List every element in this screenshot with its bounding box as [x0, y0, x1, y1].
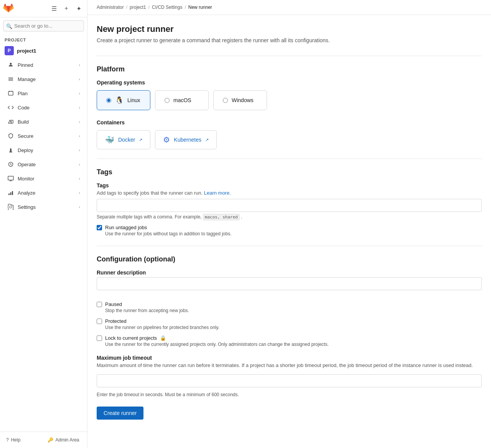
svg-rect-7 — [11, 120, 13, 123]
os-option-macos[interactable]: macOS — [155, 90, 209, 110]
os-option-windows[interactable]: Windows — [213, 90, 267, 110]
breadcrumb-sep-1: / — [126, 5, 127, 10]
new-item-btn[interactable]: + — [61, 3, 72, 14]
chevron-icon-settings: › — [79, 205, 80, 209]
operate-icon — [7, 160, 15, 168]
platform-title: Platform — [97, 65, 482, 73]
protected-desc: Use the runner on pipelines for protecte… — [105, 325, 219, 330]
sidebar-item-secure[interactable]: Secure › — [2, 129, 85, 143]
run-untagged-checkbox[interactable] — [97, 225, 102, 230]
lock-text: Lock to current projects 🔒 Use the runne… — [105, 335, 329, 347]
paused-row: Paused Stop the runner from accepting ne… — [97, 301, 482, 313]
project-item: P project1 — [0, 44, 87, 58]
hint-code: macos, shared — [203, 214, 240, 220]
configuration-section: Configuration (optional) Runner descript… — [97, 255, 482, 420]
settings-icon — [7, 203, 15, 211]
container-kubernetes[interactable]: ⚙ Kubernetes ↗ — [155, 130, 217, 149]
svg-rect-14 — [12, 191, 13, 195]
max-timeout-desc: Maximum amount of time the runner can ru… — [97, 362, 482, 368]
code-icon — [7, 104, 15, 111]
os-label: Operating systems — [97, 79, 482, 86]
paused-desc: Stop the runner from accepting new jobs. — [105, 308, 189, 313]
os-option-macos-label: macOS — [173, 97, 191, 103]
sidebar-item-code[interactable]: Code › — [2, 101, 85, 114]
tags-input[interactable] — [97, 199, 482, 212]
os-option-linux-label: Linux — [127, 97, 140, 103]
svg-rect-1 — [8, 78, 13, 78]
svg-rect-3 — [8, 80, 13, 81]
sidebar-header: ☰ + ✦ — [0, 0, 87, 17]
os-radio-windows[interactable] — [223, 98, 228, 103]
os-radio-linux[interactable] — [106, 98, 111, 103]
runner-desc-label: Runner description — [97, 269, 482, 276]
divider-1 — [97, 56, 482, 56]
help-button[interactable]: ? Help — [3, 435, 43, 445]
paused-checkbox[interactable] — [97, 302, 102, 307]
max-timeout-input[interactable] — [97, 374, 482, 387]
search-input[interactable] — [3, 20, 84, 31]
breadcrumb-current: New runner — [188, 5, 212, 10]
search-icon: 🔍 — [6, 23, 12, 29]
create-runner-button[interactable]: Create runner — [97, 407, 143, 420]
os-radio-macos[interactable] — [165, 98, 170, 103]
divider-2 — [97, 159, 482, 159]
svg-rect-2 — [8, 79, 13, 79]
tags-field-label: Tags — [97, 182, 482, 188]
deploy-icon — [7, 146, 15, 154]
chevron-icon-secure: › — [79, 134, 80, 138]
paused-label[interactable]: Paused — [105, 301, 122, 307]
lock-checkbox[interactable] — [97, 336, 102, 341]
max-timeout-label: Maximum job timeout — [97, 355, 482, 361]
svg-rect-4 — [8, 91, 13, 95]
page-description: Create a project runner to generate a co… — [97, 37, 482, 43]
sidebar-item-label-secure: Secure — [18, 133, 79, 139]
learn-more-link[interactable]: Learn more. — [204, 190, 231, 196]
chevron-icon-monitor: › — [79, 176, 80, 181]
sidebar-item-operate[interactable]: Operate › — [2, 157, 85, 171]
breadcrumb-admin[interactable]: Administrator — [97, 5, 124, 10]
docker-ext-icon: ↗ — [139, 137, 142, 142]
os-option-windows-label: Windows — [232, 97, 254, 103]
svg-rect-12 — [8, 193, 10, 195]
admin-area-button[interactable]: 🔑 Admin Area — [44, 435, 84, 445]
sidebar-item-settings[interactable]: Settings › — [2, 200, 85, 214]
breadcrumb-sep-3: / — [185, 5, 186, 10]
sidebar-bottom: ? Help 🔑 Admin Area — [0, 431, 87, 448]
sidebar-item-label-pinned: Pinned — [18, 62, 79, 68]
docker-icon: 🐳 — [105, 135, 114, 144]
sidebar-item-deploy[interactable]: Deploy › — [2, 143, 85, 157]
protected-checkbox[interactable] — [97, 319, 102, 324]
lock-label[interactable]: Lock to current projects 🔒 — [105, 335, 166, 341]
breadcrumb-project[interactable]: project1 — [130, 5, 146, 10]
tags-section: Tags Tags Add tags to specify jobs that … — [97, 168, 482, 236]
os-option-linux[interactable]: 🐧 Linux — [97, 90, 150, 110]
sidebar-item-plan[interactable]: Plan › — [2, 86, 85, 100]
sidebar-item-label-deploy: Deploy — [18, 147, 79, 153]
lock-desc: Use the runner for the currently assigne… — [105, 342, 329, 347]
sidebar-item-analyze[interactable]: Analyze › — [2, 186, 85, 200]
protected-row: Protected Use the runner on pipelines fo… — [97, 318, 482, 330]
container-docker[interactable]: 🐳 Docker ↗ — [97, 130, 150, 149]
manage-icon — [7, 75, 15, 83]
breadcrumb-cicd[interactable]: CI/CD Settings — [152, 5, 182, 10]
os-options: 🐧 Linux macOS Windows — [97, 90, 482, 110]
sidebar-item-build[interactable]: Build › — [2, 115, 85, 129]
svg-rect-10 — [8, 176, 13, 180]
platform-section: Platform Operating systems 🐧 Linux macOS… — [97, 65, 482, 149]
sidebar: ☰ + ✦ 🔍 Project P project1 Pinned › Mana… — [0, 0, 87, 448]
sidebar-top-icons: ☰ + ✦ — [49, 3, 84, 14]
sidebar-item-label-operate: Operate — [18, 162, 79, 167]
protected-label[interactable]: Protected — [105, 318, 127, 324]
sidebar-item-pinned[interactable]: Pinned › — [2, 58, 85, 72]
analyze-icon — [7, 189, 15, 197]
help-label: Help — [11, 437, 21, 443]
chevron-icon-manage: › — [79, 77, 80, 81]
profile-btn[interactable]: ✦ — [73, 3, 84, 14]
toggle-sidebar-btn[interactable]: ☰ — [49, 3, 59, 14]
sidebar-item-monitor[interactable]: Monitor › — [2, 172, 85, 185]
sidebar-item-manage[interactable]: Manage › — [2, 72, 85, 86]
runner-description-input[interactable] — [97, 277, 482, 290]
lock-label-text: Lock to current projects — [105, 335, 157, 341]
run-untagged-label[interactable]: Run untagged jobs — [105, 225, 147, 230]
monitor-icon — [7, 175, 15, 182]
